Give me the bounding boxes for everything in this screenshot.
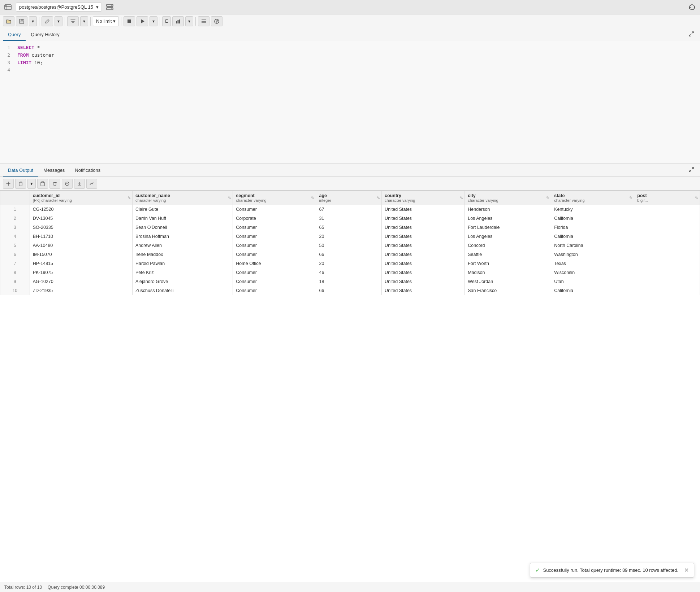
edit-col-icon[interactable]: ✎ — [128, 196, 131, 200]
cell-post[interactable] — [634, 286, 700, 295]
cell-segment[interactable]: Consumer — [233, 223, 316, 232]
edit-col-icon[interactable]: ✎ — [228, 196, 231, 200]
run-dropdown-button[interactable]: ▾ — [150, 16, 157, 26]
cell-post[interactable] — [634, 223, 700, 232]
cell-customer-name[interactable]: Harold Pawlan — [132, 259, 233, 268]
cell-state[interactable]: California — [551, 214, 634, 223]
cell-segment[interactable]: Consumer — [233, 277, 316, 286]
help-button[interactable] — [211, 16, 222, 26]
cell-city[interactable]: Concord — [465, 241, 551, 250]
cell-age[interactable]: 31 — [316, 214, 382, 223]
cell-city[interactable]: Madison — [465, 268, 551, 277]
col-header-segment[interactable]: segment character varying ✎ — [233, 191, 316, 205]
cell-age[interactable]: 20 — [316, 259, 382, 268]
chart-view-button[interactable] — [86, 179, 97, 189]
copy-dropdown-button[interactable]: ▾ — [27, 179, 36, 189]
edit-col-icon[interactable]: ✎ — [629, 196, 632, 200]
cell-customer-id[interactable]: SO-20335 — [30, 223, 132, 232]
stop-button[interactable] — [124, 16, 135, 26]
edit-col-icon[interactable]: ✎ — [311, 196, 314, 200]
cell-country[interactable]: United States — [382, 277, 465, 286]
col-header-post[interactable]: post bigir... ✎ — [634, 191, 700, 205]
col-header-state[interactable]: state character varying ✎ — [551, 191, 634, 205]
cell-customer-name[interactable]: Pete Kriz — [132, 268, 233, 277]
edit-button[interactable] — [42, 16, 53, 26]
download-button[interactable] — [74, 179, 85, 189]
copy-button[interactable] — [15, 179, 26, 189]
cell-city[interactable]: Los Angeles — [465, 232, 551, 241]
cell-segment[interactable]: Consumer — [233, 250, 316, 259]
save-data-button[interactable] — [62, 179, 73, 189]
cell-post[interactable] — [634, 205, 700, 214]
cell-customer-name[interactable]: Claire Gute — [132, 205, 233, 214]
cell-segment[interactable]: Home Office — [233, 259, 316, 268]
edit-dropdown-button[interactable]: ▾ — [55, 16, 62, 26]
run-button[interactable] — [137, 16, 148, 26]
cell-customer-id[interactable]: IM-15070 — [30, 250, 132, 259]
cell-customer-id[interactable]: CG-12520 — [30, 205, 132, 214]
cell-post[interactable] — [634, 232, 700, 241]
cell-customer-id[interactable]: DV-13045 — [30, 214, 132, 223]
cell-state[interactable]: California — [551, 232, 634, 241]
chart-dropdown-button[interactable]: ▾ — [185, 16, 193, 26]
cell-post[interactable] — [634, 250, 700, 259]
notification-close-button[interactable]: ✕ — [684, 567, 689, 574]
cell-country[interactable]: United States — [382, 205, 465, 214]
tab-messages[interactable]: Messages — [38, 165, 70, 177]
cell-city[interactable]: West Jordan — [465, 277, 551, 286]
cell-customer-name[interactable]: Zuschuss Donatelli — [132, 286, 233, 295]
col-header-customer-id[interactable]: customer_id [PK] character varying ✎ — [30, 191, 132, 205]
macros-button[interactable] — [198, 16, 209, 26]
cell-city[interactable]: Los Angeles — [465, 214, 551, 223]
code-content[interactable]: SELECT * FROM customer LIMIT 10; — [14, 44, 700, 161]
cell-customer-name[interactable]: Irene Maddox — [132, 250, 233, 259]
explain-button[interactable]: E — [162, 16, 171, 26]
open-button[interactable] — [3, 16, 14, 26]
cell-customer-id[interactable]: HP-14815 — [30, 259, 132, 268]
chart-button[interactable] — [172, 16, 184, 26]
cell-city[interactable]: Fort Lauderdale — [465, 223, 551, 232]
cell-city[interactable]: San Francisco — [465, 286, 551, 295]
cell-country[interactable]: United States — [382, 223, 465, 232]
cell-post[interactable] — [634, 259, 700, 268]
col-header-age[interactable]: age integer ✎ — [316, 191, 382, 205]
cell-age[interactable]: 66 — [316, 250, 382, 259]
cell-city[interactable]: Fort Worth — [465, 259, 551, 268]
cell-state[interactable]: Texas — [551, 259, 634, 268]
cell-city[interactable]: Seattle — [465, 250, 551, 259]
add-row-button[interactable] — [3, 179, 14, 189]
save-dropdown-button[interactable]: ▾ — [29, 16, 37, 26]
cell-customer-name[interactable]: Alejandro Grove — [132, 277, 233, 286]
cell-segment[interactable]: Consumer — [233, 286, 316, 295]
cell-customer-id[interactable]: AG-10270 — [30, 277, 132, 286]
no-limit-dropdown[interactable]: No limit ▾ — [93, 16, 119, 26]
cell-state[interactable]: North Carolina — [551, 241, 634, 250]
cell-age[interactable]: 50 — [316, 241, 382, 250]
cell-age[interactable]: 65 — [316, 223, 382, 232]
edit-col-icon[interactable]: ✎ — [546, 196, 549, 200]
edit-col-icon[interactable]: ✎ — [460, 196, 463, 200]
cell-customer-id[interactable]: BH-11710 — [30, 232, 132, 241]
cell-age[interactable]: 20 — [316, 232, 382, 241]
edit-col-icon[interactable]: ✎ — [695, 196, 698, 200]
results-table-container[interactable]: customer_id [PK] character varying ✎ cus… — [0, 191, 700, 582]
tab-notifications[interactable]: Notifications — [70, 165, 105, 177]
tab-query-history[interactable]: Query History — [26, 29, 64, 41]
save-button[interactable] — [16, 16, 27, 26]
cell-customer-id[interactable]: AA-10480 — [30, 241, 132, 250]
tab-data-output[interactable]: Data Output — [3, 165, 38, 177]
paste-button[interactable] — [37, 179, 48, 189]
db-icon[interactable] — [3, 2, 13, 12]
cell-country[interactable]: United States — [382, 241, 465, 250]
cell-age[interactable]: 18 — [316, 277, 382, 286]
cell-post[interactable] — [634, 268, 700, 277]
cell-age[interactable]: 46 — [316, 268, 382, 277]
cell-age[interactable]: 67 — [316, 205, 382, 214]
cell-state[interactable]: Washington — [551, 250, 634, 259]
tab-query[interactable]: Query — [3, 29, 26, 41]
cell-country[interactable]: United States — [382, 250, 465, 259]
cell-customer-name[interactable]: Andrew Allen — [132, 241, 233, 250]
server-icon[interactable] — [105, 2, 115, 12]
cell-customer-name[interactable]: Brosina Hoffman — [132, 232, 233, 241]
cell-post[interactable] — [634, 214, 700, 223]
